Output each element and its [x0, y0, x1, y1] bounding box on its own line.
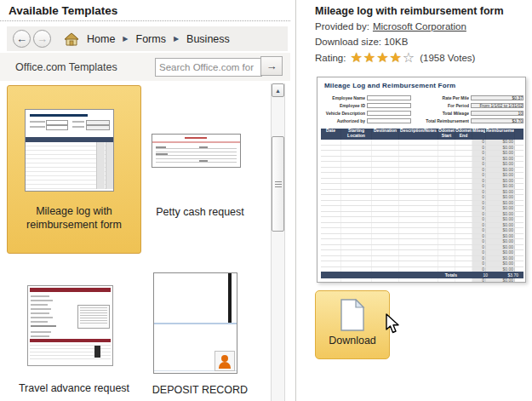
provided-by-line: Provided by:Microsoft Corporation — [315, 21, 466, 32]
breadcrumb-item-home[interactable]: Home — [87, 33, 115, 45]
preview-table-header: DateStarting LocationDestinationDescript… — [321, 129, 523, 140]
provided-by-label: Provided by: — [315, 21, 369, 32]
template-tile-deposit-record[interactable]: DEPOSIT RECORD — [145, 264, 255, 401]
breadcrumb: ← → Home ▶ Forms ▶ Business — [7, 26, 288, 51]
rating-votes: (1958 Votes) — [420, 53, 475, 63]
breadcrumb-separator-icon: ▶ — [174, 35, 179, 43]
breadcrumb-separator-icon: ▶ — [123, 35, 128, 43]
available-templates-window: Available Templates ← → Home ▶ Forms ▶ B… — [0, 0, 532, 401]
preview-form-title: Mileage Log and Reimbursement Form — [324, 82, 525, 89]
star-empty-icon: ☆ — [403, 51, 415, 65]
forward-button[interactable]: → — [33, 30, 51, 48]
person-icon — [215, 351, 235, 371]
download-size-label: Download size: — [315, 37, 381, 47]
template-details-panel: Mileage log with reimbursement form Prov… — [296, 0, 532, 401]
rating-stars: ★★★★☆ — [350, 51, 415, 65]
download-size-value: 10KB — [384, 37, 408, 47]
home-icon[interactable] — [63, 32, 79, 46]
search-go-button[interactable]: → — [260, 56, 283, 76]
office-templates-label: Office.com Templates — [15, 61, 117, 73]
template-caption: Travel advance request — [7, 382, 141, 396]
travel-advance-thumbnail — [27, 285, 113, 366]
template-tile-mileage-log[interactable]: Mileage log with reimbursement form — [7, 85, 141, 254]
template-tile-petty-cash[interactable]: Petty cash request — [145, 85, 255, 254]
breadcrumb-item-forms[interactable]: Forms — [136, 33, 166, 45]
title-separator — [0, 20, 290, 21]
breadcrumb-item-business[interactable]: Business — [186, 33, 230, 45]
scrollbar-thumb[interactable] — [272, 136, 284, 232]
star-filled-icon: ★ — [363, 51, 376, 65]
star-filled-icon: ★ — [389, 51, 402, 65]
preview-left-fields: Employee NameEmployee IDVehicle Descript… — [321, 95, 411, 127]
templates-panel: Available Templates ← → Home ▶ Forms ▶ B… — [0, 0, 295, 401]
star-filled-icon: ★ — [376, 51, 389, 65]
template-caption: Petty cash request — [145, 206, 255, 220]
template-title: Mileage log with reimbursement form — [315, 5, 504, 17]
download-size-line: Download size: 10KB — [315, 37, 408, 47]
rating-label: Rating: — [315, 53, 346, 63]
office-templates-header: Office.com Templates → — [0, 53, 290, 81]
template-tile-travel-advance[interactable]: Travel advance request — [7, 264, 141, 401]
provider-link[interactable]: Microsoft Corporation — [373, 21, 466, 32]
star-filled-icon: ★ — [350, 51, 363, 65]
preview-totals-row: Totals 10 $3.70 — [321, 272, 523, 278]
back-button[interactable]: ← — [13, 30, 31, 48]
rating-line: Rating: ★★★★☆ (1958 Votes) — [315, 51, 475, 65]
document-icon — [340, 299, 365, 331]
template-preview-image: Mileage Log and Reimbursement Form Emplo… — [317, 77, 526, 283]
download-button-label: Download — [329, 335, 376, 347]
search-input[interactable] — [155, 58, 262, 77]
petty-cash-thumbnail — [152, 134, 241, 168]
template-caption: DEPOSIT RECORD — [145, 384, 255, 398]
mileage-thumbnail — [25, 109, 114, 192]
template-caption: Mileage log with reimbursement form — [14, 205, 134, 232]
preview-right-fields: Rate Per Mile$0.37For PeriodFrom 1/1/02 … — [413, 95, 523, 127]
preview-table-body: 0$0.000$0.000$0.000$0.000$0.000$0.000$0.… — [321, 140, 523, 283]
mouse-cursor-icon — [385, 313, 400, 335]
deposit-record-thumbnail — [153, 272, 237, 374]
scroll-up-button[interactable]: ▲ — [272, 83, 284, 97]
download-button[interactable]: Download — [315, 290, 390, 359]
templates-scrollbar[interactable]: ▲ — [271, 83, 285, 401]
page-title: Available Templates — [9, 4, 117, 17]
